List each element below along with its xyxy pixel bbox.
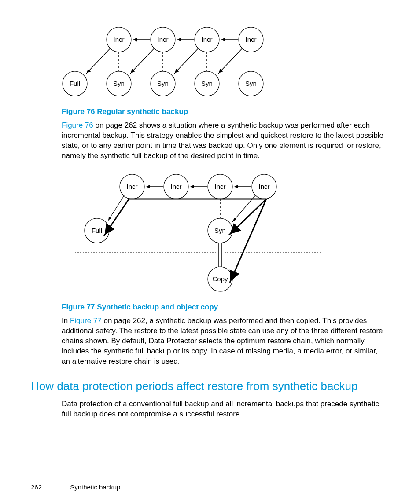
- figure-76-diagram: Incr Incr Incr Incr Full Syn Syn Syn Syn: [62, 22, 385, 103]
- page-footer: 262 Synthetic backup: [31, 483, 120, 491]
- svg-line-36: [230, 199, 266, 283]
- svg-line-14: [174, 48, 198, 74]
- figure-77-text-before: In: [62, 316, 70, 325]
- section-para: Data protection of a conventional full b…: [62, 399, 385, 419]
- d1-full: Full: [70, 80, 80, 87]
- d1-incr-1: Incr: [113, 36, 124, 43]
- figure-77-para: In Figure 77 on page 262, a synthetic ba…: [62, 316, 385, 367]
- d2-full: Full: [92, 227, 102, 234]
- d1-syn-3: Syn: [201, 80, 213, 87]
- figure-76-text: on page 262 shows a situation where a sy…: [62, 121, 383, 160]
- d1-incr-2: Incr: [157, 36, 168, 43]
- section-heading: How data protection periods affect resto…: [31, 379, 385, 393]
- d1-syn-2: Syn: [157, 80, 169, 87]
- figure-76-link[interactable]: Figure 76: [62, 121, 93, 129]
- svg-line-34: [104, 199, 129, 236]
- figure-77-text-after: on page 262, a synthetic backup was perf…: [62, 316, 383, 365]
- d2-incr-4: Incr: [258, 183, 269, 190]
- figure-76-para: Figure 76 on page 262 shows a situation …: [62, 121, 385, 161]
- d2-incr-3: Incr: [214, 183, 225, 190]
- figure-76-caption: Figure 76 Regular synthetic backup: [62, 107, 385, 116]
- d2-incr-1: Incr: [126, 183, 137, 190]
- footer-title: Synthetic backup: [70, 483, 120, 491]
- figure-77-caption: Figure 77 Synthetic backup and object co…: [62, 303, 385, 312]
- svg-line-12: [86, 48, 110, 74]
- page-number: 262: [31, 483, 42, 491]
- d2-syn: Syn: [214, 227, 226, 234]
- d1-syn-1: Syn: [113, 80, 125, 87]
- d1-syn-4: Syn: [245, 80, 257, 87]
- d1-incr-3: Incr: [201, 36, 212, 43]
- svg-line-15: [218, 48, 242, 74]
- d1-incr-4: Incr: [245, 36, 256, 43]
- svg-line-13: [130, 48, 154, 74]
- d2-incr-2: Incr: [170, 183, 181, 190]
- figure-77-diagram: Incr Incr Incr Incr Full Syn Copy: [75, 169, 385, 298]
- figure-77-link[interactable]: Figure 77: [70, 316, 102, 325]
- d2-copy: Copy: [212, 275, 228, 283]
